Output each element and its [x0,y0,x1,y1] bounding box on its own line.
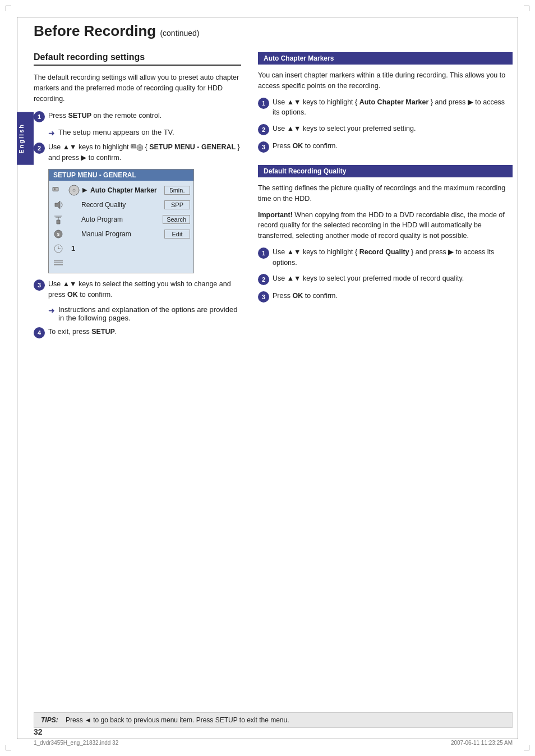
tips-bar: TIPS: Press ◄ to go back to previous men… [34,712,513,728]
svg-point-21 [58,248,59,249]
main-content: Before Recording (continued) Default rec… [34,22,513,722]
setup-row-3-value: Search [163,215,190,224]
svg-rect-22 [54,260,63,262]
step-1-text: Press SETUP on the remote control. [48,111,162,121]
step-4: 4 To exit, press SETUP. [34,327,241,338]
step-4-number: 4 [34,327,45,338]
svg-rect-12 [57,220,60,224]
setup-row-1-label: Auto Chapter Marker [90,186,162,194]
svg-rect-7 [54,188,56,190]
auto-chapter-step-3-num: 3 [258,141,269,153]
page-border-right [518,17,518,739]
auto-chapter-step-2-text: Use ▲▼ keys to select your preferred set… [273,123,416,134]
setup-row-1-value: 5min. [164,186,190,195]
content-columns: Default recording settings The default r… [34,52,513,344]
default-quality-title: Default Recording Quality [258,165,513,177]
step-3-text: Use ▲▼ keys to select the setting you wi… [48,279,241,300]
setup-icon-disc [68,185,80,196]
corner-mark-br [524,745,529,750]
svg-marker-11 [55,201,60,209]
auto-chapter-step-1-num: 1 [258,98,269,109]
default-quality-step-1-num: 1 [258,248,269,259]
step-1-sub: ➜ The setup menu appears on the TV. [48,128,241,138]
svg-rect-24 [54,264,63,265]
footer-right: 2007-06-11 11:23:25 AM [451,740,513,746]
auto-chapter-step-3-text: Press OK to confirm. [273,141,338,152]
footer-left: 1_dvdr3455H_eng_21832.indd 32 [34,740,118,746]
setup-row-3-label: Auto Program [81,216,160,223]
svg-text:$: $ [57,231,60,236]
page-title-continued: (continued) [160,29,199,38]
corner-mark-bl [6,745,11,750]
setup-menu-title: SETUP MENU - GENERAL [49,169,193,181]
step-3-sub-text: Instructions and explanation of the opti… [58,305,241,322]
left-column: Default recording settings The default r… [34,52,241,344]
auto-chapter-body: You can insert chapter markers within a … [258,70,513,91]
auto-chapter-step-1: 1 Use ▲▼ keys to highlight { Auto Chapte… [258,97,513,118]
default-quality-body: The setting defines the picture quality … [258,183,513,204]
setup-row-2-label: Record Quality [81,201,162,209]
auto-chapter-step-2-num: 2 [258,124,269,135]
page-border-top [17,17,518,17]
step-1-number: 1 [34,111,45,122]
setup-icon-lines [52,258,64,268]
auto-chapter-step-3: 3 Press OK to confirm. [258,141,513,153]
sidebar-language-label: English [17,112,34,165]
setup-menu-row-5: 1 [49,241,193,256]
footer: 1_dvdr3455H_eng_21832.indd 32 2007-06-11… [34,740,513,746]
default-quality-step-2-text: Use ▲▼ keys to select your preferred mod… [273,273,464,284]
auto-chapter-title: Auto Chapter Markers [258,52,513,65]
setup-menu-row-auto-program: Auto Program Search [49,212,193,227]
default-quality-step-3-num: 3 [258,291,269,303]
hdd-dvd-icon [131,143,143,152]
step-4-text: To exit, press SETUP. [48,327,117,337]
page-border-bottom [17,739,518,739]
setup-icon-sound [52,200,64,210]
default-quality-step-3: 3 Press OK to confirm. [258,291,513,303]
step-1: 1 Press SETUP on the remote control. [34,111,241,122]
step-3: 3 Use ▲▼ keys to select the setting you … [34,279,241,300]
default-quality-step-3-text: Press OK to confirm. [273,291,338,301]
step-3-sub: ➜ Instructions and explanation of the op… [48,305,241,322]
step-3-number: 3 [34,280,45,291]
setup-menu-box: SETUP MENU - GENERAL [48,169,194,273]
setup-icon-hdd [52,185,64,195]
svg-rect-2 [132,145,133,147]
right-column: Auto Chapter Markers You can insert chap… [258,52,513,344]
svg-rect-23 [54,262,63,263]
setup-row-4-label: Manual Program [81,230,162,238]
setup-icon-dollar: $ [52,229,64,239]
section-auto-chapter: Auto Chapter Markers You can insert chap… [258,52,513,153]
svg-point-4 [139,146,141,148]
default-quality-step-2: 2 Use ▲▼ keys to select your preferred m… [258,273,513,285]
setup-menu-row-record-quality: Record Quality SPP [49,198,193,212]
setup-menu-rows: ▶ Auto Chapter Marker 5min. Record Quali… [49,181,193,273]
setup-icon-antenna [52,214,64,224]
svg-point-10 [73,190,75,191]
setup-row-4-value: Edit [164,230,190,239]
step-2-number: 2 [34,143,45,154]
intro-text: The default recording settings will allo… [34,72,241,104]
page-number: 32 [34,727,43,736]
section-heading-default-recording: Default recording settings [34,52,241,66]
auto-chapter-step-1-text: Use ▲▼ keys to highlight { Auto Chapter … [273,97,513,118]
step-2: 2 Use ▲▼ keys to highlight { SETUP MENU … [34,142,241,163]
default-quality-step-1-text: Use ▲▼ keys to highlight { Record Qualit… [273,247,513,268]
setup-menu-row-6 [49,256,193,271]
auto-chapter-step-2: 2 Use ▲▼ keys to select your preferred s… [258,123,513,135]
page-title-text: Before Recording [34,22,156,39]
step-2-text: Use ▲▼ keys to highlight { SETUP MENU - … [48,142,241,163]
setup-menu-row-manual-program: $ Manual Program Edit [49,227,193,241]
step-1-sub-text: The setup menu appears on the TV. [58,128,174,136]
step-3-arrow-icon: ➜ [48,306,55,315]
tips-label: TIPS: [41,716,58,724]
step-1-arrow-icon: ➜ [48,129,55,138]
corner-mark-tl [6,6,11,11]
menu-highlighted-arrow: ▶ [82,186,87,194]
corner-mark-tr [524,6,529,11]
page-title: Before Recording (continued) [34,22,513,42]
default-quality-step-2-num: 2 [258,274,269,285]
setup-row-2-value: SPP [164,200,190,209]
setup-icon-clock [52,244,64,254]
section-default-quality: Default Recording Quality The setting de… [258,165,513,303]
